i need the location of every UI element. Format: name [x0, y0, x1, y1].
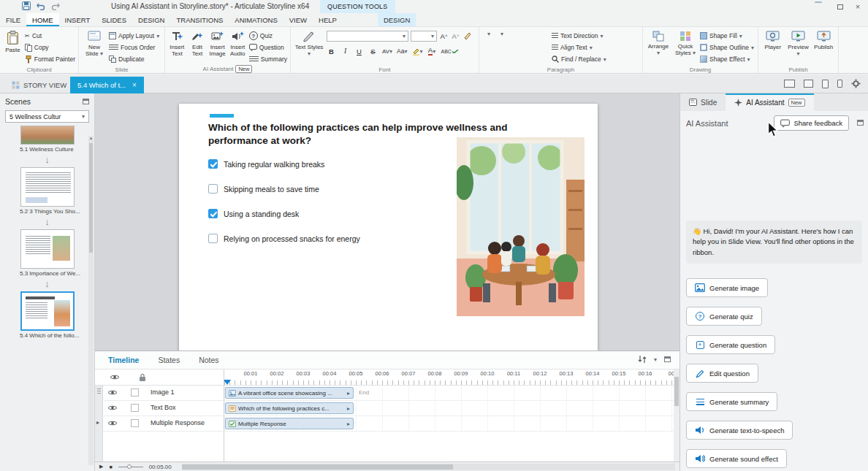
paste-button[interactable]: Paste	[3, 28, 23, 65]
preview-button[interactable]: Preview ▾	[787, 28, 810, 65]
scene-thumbnail-3[interactable]	[20, 229, 75, 269]
generate-summary-button[interactable]: Generate summary	[686, 392, 777, 411]
align-text-button[interactable]: Align Text▾	[552, 42, 606, 53]
zoom-slider[interactable]	[118, 467, 143, 467]
timeline-row-image[interactable]: Image 1	[95, 386, 224, 401]
generate-quiz-button[interactable]: ? Generate quiz	[686, 307, 762, 326]
lock-column-icon[interactable]	[139, 373, 146, 382]
answer-option[interactable]: Relying on processed snacks for energy	[208, 234, 360, 243]
timeline-bar-image[interactable]: A vibrant office scene showcasing ... ▸	[225, 387, 354, 399]
arrange-button[interactable]: Arrange ▾	[646, 28, 671, 65]
slide-canvas[interactable]: Which of the following practices can hel…	[179, 104, 598, 357]
shrink-font-button[interactable]: A˅	[451, 31, 460, 41]
edit-question-button[interactable]: Edit question	[686, 364, 758, 383]
lock-checkbox[interactable]	[131, 404, 139, 412]
ai-question-button[interactable]: Question	[249, 42, 287, 53]
shape-effect-button[interactable]: Shape Effect▾	[700, 54, 754, 64]
timeline-row-textbox[interactable]: Text Box	[95, 401, 224, 416]
checkbox-icon[interactable]	[208, 209, 218, 218]
stop-button[interactable]: ■	[109, 464, 112, 470]
shape-outline-button[interactable]: Shape Outline▾	[700, 42, 754, 53]
ai-edit-text-button[interactable]: Edit Text	[189, 28, 207, 65]
tab-timeline[interactable]: Timeline	[108, 356, 139, 364]
scene-thumbnail-2[interactable]	[20, 167, 75, 207]
collapse-scenes-icon[interactable]	[83, 99, 89, 104]
answer-option[interactable]: Taking regular walking breaks	[208, 159, 324, 169]
lock-checkbox[interactable]	[131, 388, 139, 397]
timeline-bar-textbox[interactable]: Which of the following practices c... ▸	[225, 402, 354, 414]
grow-font-button[interactable]: A˄	[439, 31, 449, 41]
checkbox-icon[interactable]	[208, 159, 218, 169]
scene-thumbnail-4[interactable]	[20, 291, 75, 331]
undo-icon[interactable]	[37, 2, 45, 10]
font-color-button[interactable]: A▾	[427, 46, 437, 56]
reading-order-icon[interactable]	[638, 355, 647, 364]
generate-question-button[interactable]: + Generate question	[686, 335, 775, 354]
clear-formatting-button[interactable]	[462, 31, 472, 41]
ai-summary-button[interactable]: Summary	[249, 54, 287, 64]
ai-quiz-button[interactable]: ?Quiz	[249, 31, 287, 41]
tab-design[interactable]: DESIGN	[132, 13, 170, 26]
format-painter-button[interactable]: Format Painter	[25, 54, 75, 64]
visibility-column-eye-icon[interactable]	[110, 374, 120, 380]
share-feedback-button[interactable]: Share feedback	[774, 115, 849, 131]
timeline-ruler[interactable]: 00:0100:0200:0300:0400:0500:0600:0700:08…	[224, 369, 674, 385]
eye-icon[interactable]	[107, 420, 118, 426]
spell-check-button[interactable]: ABC	[441, 46, 459, 56]
phone-view-icon[interactable]	[837, 80, 842, 88]
ai-insert-audio-button[interactable]: Insert Audio	[229, 28, 247, 65]
timeline-scrollbar[interactable]	[674, 369, 679, 462]
ai-insert-text-button[interactable]: Insert Text	[168, 28, 186, 65]
tab-home[interactable]: HOME	[26, 13, 59, 26]
timeline-bar-multiple-response[interactable]: Multiple Response ▸	[225, 418, 354, 429]
tab-states[interactable]: States	[158, 356, 180, 364]
scenes-scrollbar[interactable]: ▲	[88, 136, 94, 465]
tab-slide-properties[interactable]: Slide	[680, 93, 726, 111]
underline-button[interactable]: U	[354, 46, 364, 56]
tab-view[interactable]: VIEW	[283, 13, 313, 26]
timeline-menu-icon[interactable]: ▾	[654, 356, 657, 363]
playhead-icon[interactable]	[224, 380, 231, 385]
minimize-button[interactable]	[814, 0, 831, 13]
eye-icon[interactable]	[107, 405, 118, 411]
generate-tts-button[interactable]: Generate text-to-speech	[686, 421, 793, 440]
ai-insert-image-button[interactable]: Insert Image	[208, 28, 226, 65]
timeline-hscrollbar[interactable]	[182, 464, 675, 470]
timeline-lane[interactable]: A vibrant office scene showcasing ... ▸ …	[224, 386, 674, 401]
answer-option[interactable]: Using a standing desk	[208, 209, 299, 218]
shape-fill-button[interactable]: Shape Fill▾	[700, 31, 754, 41]
tab-ai-assistant[interactable]: AI Assistant New	[726, 93, 813, 111]
generate-sound-effect-button[interactable]: Generate sound effect	[686, 449, 787, 468]
settings-gear-icon[interactable]	[851, 79, 861, 88]
new-slide-button[interactable]: New Slide ▾	[82, 28, 107, 65]
apply-layout-button[interactable]: Apply Layout▾	[109, 31, 159, 41]
tab-slides[interactable]: SLIDES	[96, 13, 132, 26]
laptop-view-icon[interactable]	[804, 80, 813, 88]
maximize-button[interactable]	[831, 0, 849, 13]
scene-thumbnail-1[interactable]	[20, 126, 75, 145]
slide-office-image[interactable]	[457, 137, 585, 316]
font-size-select[interactable]: ▾	[411, 31, 437, 42]
active-slide-tab[interactable]: 5.4 Which of t... ×	[70, 77, 144, 93]
font-name-select[interactable]: ▾	[327, 31, 408, 42]
tab-file[interactable]: FILE	[0, 13, 26, 26]
close-button[interactable]: ×	[849, 0, 867, 13]
copy-button[interactable]: Copy	[25, 42, 75, 53]
timeline-row-multiple-response[interactable]: ▸ Multiple Response	[95, 416, 224, 432]
find-replace-button[interactable]: Find / Replace▾	[552, 54, 606, 64]
play-button[interactable]: ▶	[99, 464, 103, 470]
char-spacing-button[interactable]: AV▾	[382, 46, 392, 56]
tab-insert[interactable]: INSERT	[59, 13, 96, 26]
close-tab-icon[interactable]: ×	[132, 81, 137, 89]
redo-icon[interactable]	[51, 2, 60, 10]
text-styles-button[interactable]: Text Styles ▾	[294, 28, 324, 65]
collapse-timeline-icon[interactable]	[664, 356, 671, 362]
text-direction-button[interactable]: Text Direction▾	[552, 31, 606, 41]
eye-icon[interactable]	[107, 389, 118, 396]
player-button[interactable]: Player	[761, 28, 785, 65]
checkbox-icon[interactable]	[208, 184, 218, 194]
tab-transitions[interactable]: TRANSITIONS	[170, 13, 229, 26]
cut-button[interactable]: ✂Cut	[25, 31, 75, 41]
tab-animations[interactable]: ANIMATIONS	[229, 13, 283, 26]
scene-dropdown[interactable]: 5 Wellness Cultur▾	[5, 110, 89, 123]
